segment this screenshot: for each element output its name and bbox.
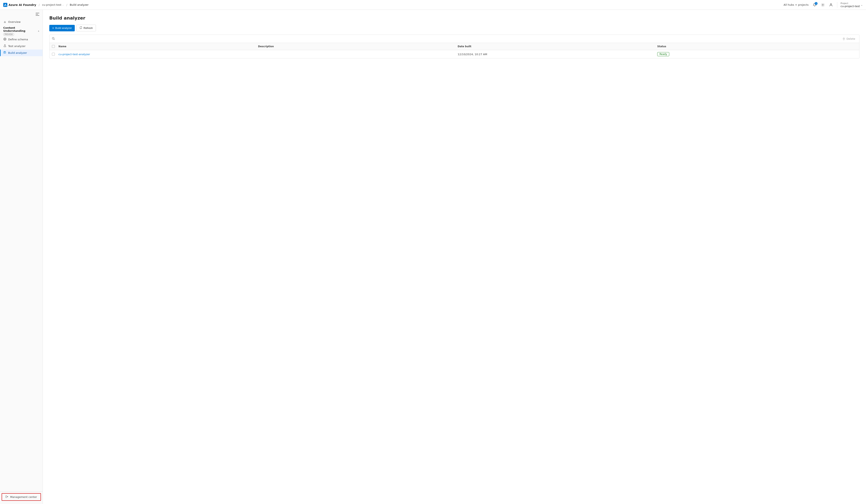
exit-icon: [5, 495, 8, 498]
gear-icon: [821, 3, 825, 7]
status-badge: Ready: [657, 52, 669, 56]
svg-point-8: [4, 39, 5, 40]
row-status: Ready: [657, 52, 857, 56]
all-hubs-link[interactable]: All hubs + projects: [784, 3, 809, 6]
build-analyzer-button[interactable]: + Build analyzer: [49, 25, 75, 31]
notif-badge: 1: [815, 2, 818, 5]
svg-rect-0: [3, 3, 7, 7]
refresh-svg-icon: [79, 26, 82, 29]
search-input[interactable]: [56, 37, 841, 40]
sidebar-item-overview[interactable]: ⌂ Overview: [0, 19, 43, 25]
breadcrumb-sep1: /: [39, 3, 40, 7]
svg-point-10: [5, 40, 5, 40]
table-header: Name Description Date built Status: [49, 43, 859, 50]
sidebar-preview-badge: PREVIEW: [3, 33, 14, 36]
sidebar-toggle: [0, 11, 43, 19]
col-header-name: Name: [58, 45, 258, 48]
main-content: Build analyzer + Build analyzer Refresh: [43, 10, 866, 504]
sidebar-item-build-analyzer[interactable]: Build analyzer: [0, 49, 43, 56]
page-title: Build analyzer: [49, 15, 859, 21]
sidebar-bottom: Management center: [0, 491, 43, 502]
brand-label: Azure AI Foundry: [9, 3, 36, 7]
app-layout: ⌂ Overview Content Understanding PREVIEW…: [0, 10, 866, 504]
account-button[interactable]: [828, 2, 834, 8]
breadcrumb-page: Build analyzer: [70, 3, 88, 6]
refresh-button[interactable]: Refresh: [76, 25, 96, 31]
sidebar-item-test-analyzer[interactable]: Test analyzer: [0, 43, 43, 49]
search-input-wrap: [52, 37, 841, 41]
sidebar-item-define-schema-label: Define schema: [8, 38, 28, 41]
svg-point-2: [822, 4, 823, 5]
brand-icon: [3, 3, 7, 7]
table-row: cu-project-test-analyzer 12/10/2024, 10:…: [49, 50, 859, 58]
delete-button: Delete: [841, 36, 857, 41]
refresh-icon: [79, 26, 82, 30]
row-select: [52, 53, 58, 56]
schema-icon: [3, 38, 6, 41]
build-icon: [3, 51, 6, 54]
management-center-button[interactable]: Management center: [2, 493, 41, 501]
project-name: cu-project-test: [841, 5, 860, 8]
row-name: cu-project-test-analyzer: [58, 53, 258, 56]
table-container: Delete Name Description Date built Statu…: [49, 35, 859, 58]
management-center-label: Management center: [10, 495, 37, 499]
analyzer-link[interactable]: cu-project-test-analyzer: [58, 53, 90, 56]
svg-marker-17: [81, 26, 82, 27]
svg-point-12: [6, 39, 6, 39]
settings-button[interactable]: [820, 2, 826, 8]
search-svg-icon: [52, 37, 55, 40]
svg-line-20: [54, 39, 55, 40]
home-icon: ⌂: [3, 20, 7, 23]
svg-rect-4: [36, 13, 39, 13]
project-label: Project: [841, 2, 860, 5]
svg-marker-18: [80, 28, 80, 29]
col-header-description: Description: [258, 45, 458, 48]
col-header-date-built: Date built: [458, 45, 657, 48]
sidebar-item-define-schema[interactable]: Define schema: [0, 36, 43, 43]
breadcrumb-sep2: /: [66, 3, 67, 7]
svg-rect-5: [36, 14, 38, 14]
crumb-chevron-icon: ⌄: [62, 4, 64, 6]
define-schema-icon: [3, 38, 7, 41]
notifications-button[interactable]: 1: [812, 2, 818, 8]
search-row: Delete: [49, 35, 859, 43]
svg-point-9: [5, 38, 5, 38]
management-center-icon: [5, 495, 9, 499]
topnav: Azure AI Foundry / cu-project-test ⌄ / B…: [0, 0, 866, 10]
user-icon: [829, 3, 833, 7]
sidebar-section-label: Content Understanding: [3, 26, 38, 32]
project-selector[interactable]: Project cu-project-test ⌄: [837, 2, 863, 8]
toggle-sidebar-icon: [36, 13, 39, 16]
sidebar-item-test-analyzer-label: Test analyzer: [8, 45, 25, 48]
build-btn-label: Build analyzer: [55, 26, 72, 30]
delete-label: Delete: [846, 37, 855, 40]
toolbar: + Build analyzer Refresh: [49, 25, 859, 31]
sidebar-toggle-button[interactable]: [35, 12, 40, 17]
plus-icon: +: [52, 26, 54, 30]
breadcrumb-project[interactable]: cu-project-test ⌄: [42, 3, 64, 6]
select-all-checkbox[interactable]: [52, 45, 55, 48]
search-icon: [52, 37, 55, 41]
project-chevron-icon: ⌄: [861, 3, 863, 6]
svg-rect-6: [36, 15, 39, 16]
sidebar-section-chevron-icon[interactable]: ∧: [38, 30, 39, 32]
col-header-select: [52, 45, 58, 48]
row-date-built: 12/10/2024, 10:27 AM: [458, 53, 657, 56]
svg-point-11: [4, 39, 4, 39]
sidebar-section-header: Content Understanding PREVIEW ∧: [0, 25, 43, 36]
build-analyzer-icon: [3, 51, 7, 55]
brand[interactable]: Azure AI Foundry: [3, 3, 36, 7]
sidebar: ⌂ Overview Content Understanding PREVIEW…: [0, 10, 43, 504]
topnav-right: All hubs + projects 1: [784, 2, 863, 8]
svg-point-3: [830, 3, 832, 5]
row-checkbox[interactable]: [52, 53, 55, 56]
test-analyzer-icon: [3, 44, 7, 48]
flask-icon: [3, 44, 6, 47]
refresh-btn-label: Refresh: [84, 26, 93, 30]
topnav-icons: 1: [812, 2, 834, 8]
sidebar-item-overview-label: Overview: [8, 20, 21, 23]
sidebar-item-build-analyzer-label: Build analyzer: [8, 51, 27, 54]
col-header-status: Status: [657, 45, 857, 48]
trash-icon: [842, 37, 845, 40]
